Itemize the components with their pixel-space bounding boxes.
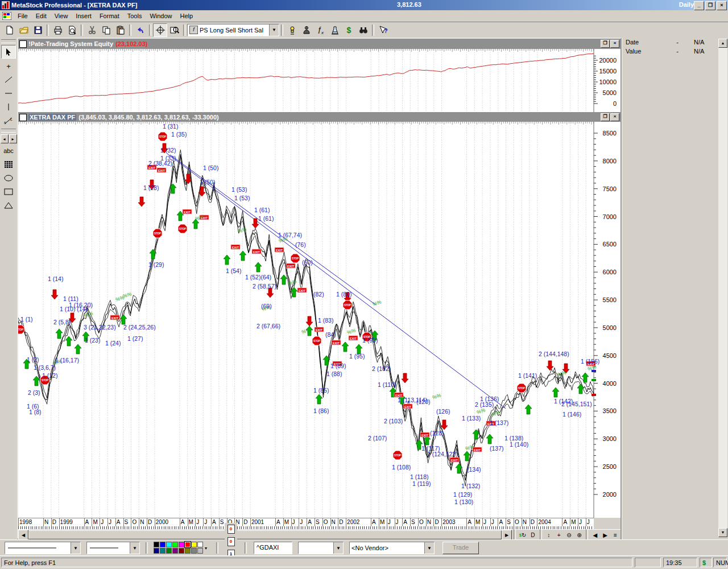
ellipse-tool[interactable] xyxy=(2,172,15,184)
vertical-line-tool[interactable] xyxy=(2,101,15,113)
print-button[interactable] xyxy=(51,23,65,37)
menu-file[interactable]: File xyxy=(14,11,32,21)
color-swatch[interactable] xyxy=(166,548,172,554)
trade-annotation: 1 (53) xyxy=(231,186,247,193)
horizontal-line-tool[interactable] xyxy=(2,87,15,100)
color-swatch[interactable] xyxy=(197,542,203,547)
chevron-down-icon[interactable]: ▼ xyxy=(130,542,139,554)
vendor-combo[interactable]: <No Vendor> ▼ xyxy=(349,542,435,554)
menu-view[interactable]: View xyxy=(51,11,72,21)
color-swatch[interactable] xyxy=(172,542,178,547)
color-swatch[interactable] xyxy=(197,548,203,554)
line-weight-combo[interactable]: ▼ xyxy=(86,542,140,554)
layout-list-button[interactable]: ≡ xyxy=(610,530,621,539)
trade-button[interactable]: Trade xyxy=(442,542,479,554)
chevron-down-icon[interactable]: ▼ xyxy=(269,24,279,36)
indicator-builder-button[interactable]: ƒx xyxy=(313,23,328,37)
color-swatch[interactable] xyxy=(191,542,197,547)
undo-button[interactable] xyxy=(133,23,147,37)
price-chart[interactable]: 2000250030003500400045005000550060006500… xyxy=(18,122,621,518)
crosshair-tool[interactable]: + xyxy=(2,60,15,72)
color-swatch[interactable] xyxy=(160,542,166,547)
pane-restore-button[interactable]: ❐ xyxy=(601,40,610,48)
scrollbar-right-arrow[interactable]: ▶ xyxy=(502,530,512,540)
line-style-combo[interactable]: ▼ xyxy=(5,542,81,554)
color-swatch[interactable] xyxy=(154,542,159,547)
scrollbar-left-arrow[interactable]: ◀ xyxy=(18,530,28,540)
rectangle-tool[interactable] xyxy=(2,185,15,198)
context-help-button[interactable]: ? xyxy=(376,23,390,37)
menu-format[interactable]: Format xyxy=(96,11,123,21)
zoom-out-button[interactable]: ⊖ xyxy=(564,530,574,539)
system-tester-button[interactable] xyxy=(328,23,342,37)
expert-advisor-button[interactable] xyxy=(285,23,299,37)
copy-button[interactable] xyxy=(99,23,113,37)
layout-page-button-0[interactable]: 0 xyxy=(225,523,237,535)
chevron-down-icon[interactable]: ▼ xyxy=(71,542,80,554)
expert-commentary-button[interactable] xyxy=(299,23,313,37)
color-swatch[interactable] xyxy=(191,548,197,554)
layout-page-button-0[interactable]: 0 xyxy=(225,535,237,548)
price-pane-titlebar[interactable]: XETRA DAX PF (3,845.03, 3,845.80, 3,812.… xyxy=(18,112,621,122)
grid-tool[interactable] xyxy=(2,158,15,171)
refresh-button[interactable]: $↻ xyxy=(518,530,528,539)
equity-pane-titlebar[interactable]: !Pate-Trading System Equity (23,102.03) … xyxy=(18,39,621,49)
menu-edit[interactable]: Edit xyxy=(32,11,51,21)
system-combo[interactable]: f PS Long Sell Short Sale-5 Da ▼ xyxy=(187,24,279,36)
symbol-input[interactable]: ^GDAXI xyxy=(254,542,292,554)
scroll-down-icon[interactable]: ▼ xyxy=(718,528,727,537)
color-swatch[interactable] xyxy=(179,542,184,547)
paste-button[interactable] xyxy=(113,23,127,37)
data-window-scrollbar[interactable]: ▲ ▼ xyxy=(718,39,727,537)
palette-grip[interactable] xyxy=(1,39,16,43)
page-left-button[interactable]: ◀ xyxy=(590,530,600,539)
menu-window[interactable]: Window xyxy=(146,11,176,21)
close-button[interactable]: × xyxy=(717,1,727,10)
color-swatch[interactable] xyxy=(154,548,159,554)
print-preview-button[interactable] xyxy=(65,23,79,37)
pane-restore-button[interactable]: ❐ xyxy=(601,113,610,121)
trendline-tool[interactable] xyxy=(2,73,15,86)
color-palette[interactable] xyxy=(154,542,204,554)
cut-button[interactable] xyxy=(85,23,99,37)
equity-chart[interactable]: 05000100001500020000 xyxy=(18,49,621,112)
page-right-button[interactable]: ▶ xyxy=(600,530,610,539)
save-button[interactable] xyxy=(31,23,45,37)
color-swatch[interactable] xyxy=(172,548,178,554)
menu-help[interactable]: Help xyxy=(176,11,197,21)
restore-button[interactable]: ❐ xyxy=(705,1,715,10)
horizontal-scrollbar[interactable]: ◀ xyxy=(18,530,502,539)
scrollbar-thumb[interactable] xyxy=(28,530,502,539)
zoom-chart-button[interactable] xyxy=(167,23,181,37)
optionscope-button[interactable]: $ xyxy=(342,23,356,37)
color-swatch[interactable] xyxy=(185,548,191,554)
minimize-button[interactable]: _ xyxy=(694,1,704,10)
vertical-scale-button[interactable]: ↕ xyxy=(544,530,554,539)
chevron-down-icon[interactable]: ▼ xyxy=(424,542,434,554)
text-tool[interactable]: abc xyxy=(2,145,15,157)
menu-insert[interactable]: Insert xyxy=(72,11,96,21)
pane-close-button[interactable]: × xyxy=(610,40,619,48)
open-button[interactable] xyxy=(16,23,31,37)
security-name-combo[interactable]: ▼ xyxy=(298,542,344,554)
color-swatch[interactable] xyxy=(160,548,166,554)
triangle-tool[interactable] xyxy=(2,199,15,212)
pane-close-button[interactable]: × xyxy=(610,113,619,121)
menu-tools[interactable]: Tools xyxy=(123,11,146,21)
zoom-in-button[interactable]: ⊕ xyxy=(574,530,584,539)
move-chart-button[interactable]: + xyxy=(554,530,564,539)
crosshair-pointer-button[interactable] xyxy=(153,23,167,37)
explorer-binoculars-button[interactable] xyxy=(356,23,370,37)
scroll-up-icon[interactable]: ▲ xyxy=(718,39,727,48)
scroll-right-button[interactable]: ▸ xyxy=(9,134,17,143)
color-swatch[interactable] xyxy=(166,542,172,547)
pointer-tool[interactable] xyxy=(1,45,16,59)
periodicity-daily-button[interactable]: D xyxy=(528,530,538,539)
sl-order-tool[interactable]: sL xyxy=(2,114,15,127)
chevron-down-icon[interactable]: ▼ xyxy=(333,542,343,554)
color-swatch[interactable] xyxy=(185,542,191,547)
palette-more-icon[interactable]: ▾ xyxy=(205,546,207,551)
scroll-left-button[interactable]: ◂ xyxy=(1,134,9,143)
color-swatch[interactable] xyxy=(179,548,184,554)
new-chart-button[interactable] xyxy=(2,23,16,37)
